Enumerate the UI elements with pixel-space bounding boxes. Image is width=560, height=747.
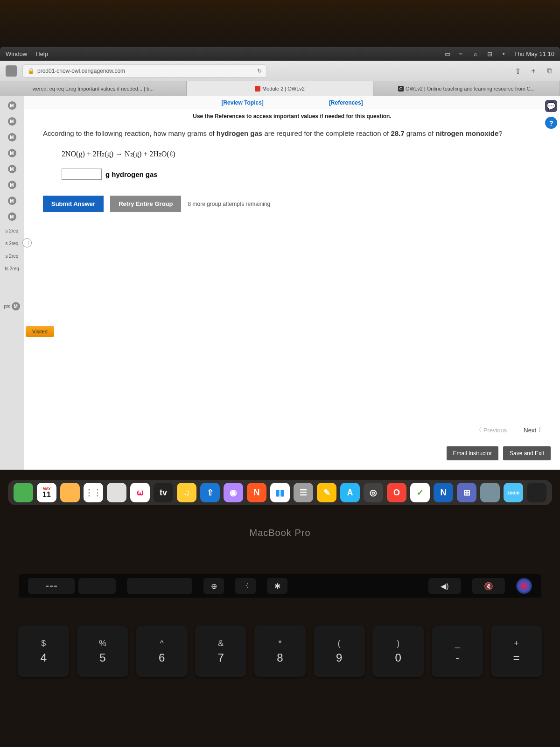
dock-app-icon[interactable] bbox=[60, 483, 80, 502]
browser-tab[interactable]: COWLv2 | Online teaching and learning re… bbox=[373, 81, 560, 96]
save-exit-button[interactable]: Save and Exit bbox=[503, 446, 551, 460]
siri-icon[interactable] bbox=[516, 578, 532, 594]
dock-app-icon[interactable]: O bbox=[387, 483, 406, 502]
sidebar-item[interactable]: M bbox=[0, 179, 24, 190]
dock-app-icon[interactable]: ⋮⋮ bbox=[84, 483, 103, 502]
browser-tab[interactable]: Module 2 | OWLv2 bbox=[187, 81, 373, 96]
dot-icon: • bbox=[500, 50, 507, 57]
keyboard-key[interactable]: *8 bbox=[254, 626, 306, 677]
dock-app-icon[interactable]: ⊞ bbox=[457, 483, 476, 502]
sidebar-toggle-icon[interactable] bbox=[6, 65, 17, 77]
dock-app-icon[interactable]: ✓ bbox=[410, 483, 430, 502]
status-m-icon: M bbox=[8, 165, 16, 173]
search-icon[interactable]: ⌕ bbox=[472, 50, 479, 57]
reload-icon[interactable]: ↻ bbox=[257, 68, 262, 74]
touchbar-brightness-icon[interactable]: ✱ bbox=[267, 578, 287, 594]
dock-app-icon[interactable]: zoom bbox=[504, 483, 523, 502]
dock-app-icon[interactable]: ◎ bbox=[364, 483, 383, 502]
touchbar-button[interactable] bbox=[78, 578, 116, 594]
touchbar-button[interactable]: ━ ━ ━ bbox=[28, 578, 75, 594]
menubar-clock[interactable]: Thu May 11 10 bbox=[514, 50, 554, 57]
status-m-icon: M bbox=[8, 212, 16, 221]
sidebar-pts[interactable]: pts M bbox=[0, 301, 24, 312]
assignment-sidebar: M M M M M M M M s 2req s 2req s 2req ts … bbox=[0, 96, 24, 470]
favicon-icon bbox=[255, 86, 260, 92]
keyboard-key[interactable]: %5 bbox=[77, 626, 128, 677]
url-text: prod01-cnow-owl.cengagenow.com bbox=[37, 68, 125, 74]
favicon-icon: C bbox=[398, 86, 404, 92]
sidebar-item[interactable]: M bbox=[0, 116, 24, 127]
wifi-icon[interactable]: ᯤ bbox=[458, 50, 465, 57]
control-center-icon[interactable]: ⊟ bbox=[486, 50, 493, 57]
sidebar-item[interactable]: M bbox=[0, 132, 24, 143]
tabs-icon[interactable]: ⧉ bbox=[544, 66, 554, 76]
next-button[interactable]: Next〉 bbox=[517, 423, 551, 437]
dock-app-icon[interactable] bbox=[480, 483, 500, 502]
status-m-icon: M bbox=[8, 101, 16, 110]
sidebar-item[interactable]: s 2req bbox=[0, 252, 24, 260]
keyboard-key[interactable]: &7 bbox=[195, 626, 246, 677]
sidebar-item[interactable]: M bbox=[0, 148, 24, 159]
keyboard-key[interactable]: ^6 bbox=[136, 626, 188, 677]
references-link[interactable]: [References] bbox=[329, 99, 363, 106]
status-m-icon: M bbox=[8, 149, 16, 157]
sidebar-item[interactable]: ts 2req bbox=[0, 265, 24, 273]
laptop-label: MacBook Pro bbox=[0, 528, 560, 538]
sidebar-item[interactable]: M bbox=[0, 100, 24, 111]
sidebar-item[interactable]: M bbox=[0, 163, 24, 175]
sidebar-item[interactable]: s 2req bbox=[0, 227, 24, 235]
address-bar[interactable]: 🔒 prod01-cnow-owl.cengagenow.com ↻ bbox=[22, 64, 267, 78]
dock-app-icon[interactable] bbox=[107, 483, 126, 502]
dock-app-icon[interactable]: ☰ bbox=[294, 483, 313, 502]
status-m-icon: M bbox=[8, 133, 16, 141]
mac-menubar: Window Help ▭ ᯤ ⌕ ⊟ • Thu May 11 10 bbox=[0, 47, 560, 61]
keyboard-key[interactable]: += bbox=[491, 626, 542, 677]
keyboard-key[interactable]: _- bbox=[432, 626, 483, 677]
answer-input[interactable] bbox=[62, 169, 102, 180]
dock-app-icon[interactable]: ✎ bbox=[317, 483, 336, 502]
dock-app-icon[interactable]: MAY11 bbox=[37, 483, 56, 502]
dock-app-icon[interactable] bbox=[14, 483, 33, 502]
browser-tab[interactable]: wered: eq req Ereg Important values if n… bbox=[0, 81, 187, 96]
touchbar-slider[interactable] bbox=[127, 578, 192, 594]
collapse-sidebar-icon[interactable]: 〈 bbox=[22, 238, 32, 247]
dock-app-icon[interactable]: ◉ bbox=[224, 483, 243, 502]
chevron-left-icon: 〈 bbox=[476, 426, 482, 434]
sidebar-item[interactable]: M bbox=[0, 211, 24, 222]
menu-window[interactable]: Window bbox=[6, 50, 27, 57]
dock-app-icon[interactable]: ѡ bbox=[130, 483, 150, 502]
dock-app-icon[interactable]: ⇧ bbox=[200, 483, 220, 502]
touchbar-mute-icon[interactable]: 🔇 bbox=[472, 578, 505, 594]
previous-button[interactable]: 〈Previous bbox=[469, 423, 514, 437]
touchbar-back-icon[interactable]: 〈 bbox=[235, 578, 256, 594]
review-topics-link[interactable]: [Review Topics] bbox=[221, 99, 263, 106]
chat-icon[interactable]: 💬 bbox=[545, 100, 557, 112]
submit-button[interactable]: Submit Answer bbox=[43, 196, 104, 212]
dock-app-icon[interactable]: A bbox=[340, 483, 360, 502]
share-icon[interactable]: ⇧ bbox=[512, 66, 523, 76]
retry-button[interactable]: Retry Entire Group bbox=[110, 196, 181, 212]
status-m-icon: M bbox=[12, 302, 20, 310]
chemical-equation: 2NO(g) + 2H₂(g) → N₂(g) + 2H₂O(ℓ) bbox=[24, 144, 560, 164]
dock-app-icon[interactable] bbox=[527, 483, 546, 502]
menu-help[interactable]: Help bbox=[35, 50, 48, 57]
dock-app-icon[interactable]: tv bbox=[154, 483, 173, 502]
help-icon[interactable]: ? bbox=[545, 117, 557, 129]
dock-app-icon[interactable]: ♫ bbox=[177, 483, 196, 502]
question-panel: 💬 ? [Review Topics] [References] Use the… bbox=[24, 96, 560, 470]
dock-app-icon[interactable]: ▮▮ bbox=[270, 483, 290, 502]
sidebar-item[interactable]: M bbox=[0, 195, 24, 206]
sidebar-item[interactable]: s 2req bbox=[0, 240, 24, 247]
touchbar-volume-icon[interactable]: ◀) bbox=[428, 578, 461, 594]
keyboard-key[interactable]: $4 bbox=[18, 626, 69, 677]
touchbar-add-icon[interactable]: ⊕ bbox=[203, 578, 224, 594]
email-instructor-button[interactable]: Email Instructor bbox=[447, 446, 498, 460]
keyboard-key[interactable]: (9 bbox=[314, 626, 365, 677]
keyboard: $4%5^6&7*8(9)0_-+= bbox=[0, 616, 560, 686]
battery-icon[interactable]: ▭ bbox=[444, 50, 451, 57]
new-tab-icon[interactable]: + bbox=[528, 66, 539, 76]
dock-app-icon[interactable]: N bbox=[434, 483, 453, 502]
visited-badge: Visited bbox=[26, 326, 54, 337]
dock-app-icon[interactable]: N bbox=[247, 483, 266, 502]
keyboard-key[interactable]: )0 bbox=[372, 626, 424, 677]
